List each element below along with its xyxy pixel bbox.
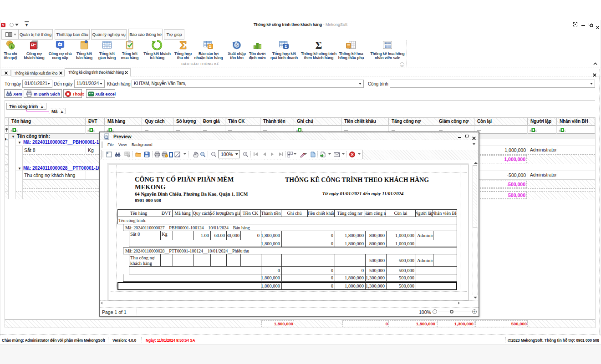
svg-text:Σ: Σ [316,40,322,50]
svg-text:Σ: Σ [209,44,211,49]
svg-text:Σ: Σ [285,44,287,49]
svg-text:xls: xls [90,93,92,95]
svg-text:$: $ [10,45,13,49]
